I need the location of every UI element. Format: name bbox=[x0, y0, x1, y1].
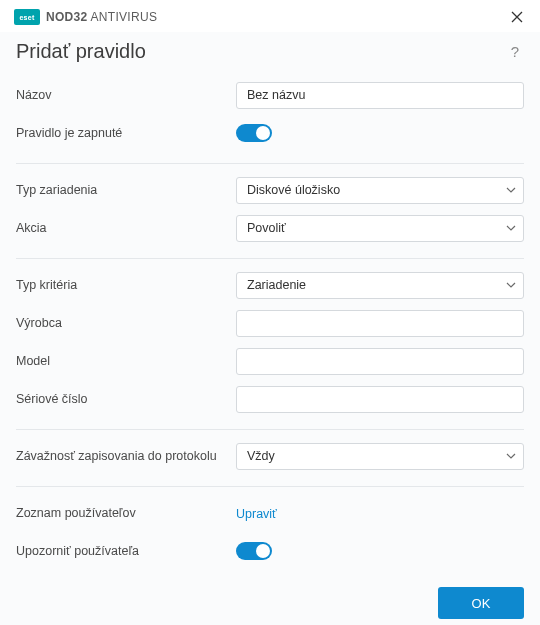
row-user-list: Zoznam používateľov Upraviť bbox=[16, 499, 524, 527]
label-action: Akcia bbox=[16, 221, 236, 235]
row-vendor: Výrobca bbox=[16, 309, 524, 337]
help-button[interactable]: ? bbox=[506, 43, 524, 61]
brand-product-rest: ANTIVIRUS bbox=[88, 10, 158, 24]
label-serial: Sériové číslo bbox=[16, 392, 236, 406]
brand: eset NOD32 ANTIVIRUS bbox=[14, 9, 157, 25]
row-action: Akcia Povoliť bbox=[16, 214, 524, 242]
label-notify-user: Upozorniť používateľa bbox=[16, 544, 236, 558]
footer: OK bbox=[0, 575, 540, 625]
divider bbox=[16, 429, 524, 430]
help-icon: ? bbox=[511, 43, 519, 60]
ok-button[interactable]: OK bbox=[438, 587, 524, 619]
action-select[interactable]: Povoliť bbox=[236, 215, 524, 242]
row-serial: Sériové číslo bbox=[16, 385, 524, 413]
device-type-select[interactable]: Diskové úložisko bbox=[236, 177, 524, 204]
label-criteria-type: Typ kritéria bbox=[16, 278, 236, 292]
content: Pridať pravidlo ? Názov Pravidlo je zapn… bbox=[0, 32, 540, 575]
criteria-type-value: Zariadenie bbox=[247, 278, 306, 292]
divider bbox=[16, 486, 524, 487]
serial-input[interactable] bbox=[236, 386, 524, 413]
criteria-type-select[interactable]: Zariadenie bbox=[236, 272, 524, 299]
device-type-value: Diskové úložisko bbox=[247, 183, 340, 197]
enabled-toggle[interactable] bbox=[236, 124, 272, 142]
divider bbox=[16, 258, 524, 259]
label-vendor: Výrobca bbox=[16, 316, 236, 330]
log-severity-select[interactable]: Vždy bbox=[236, 443, 524, 470]
header-row: Pridať pravidlo ? bbox=[16, 40, 524, 63]
notify-user-toggle[interactable] bbox=[236, 542, 272, 560]
title-bar: eset NOD32 ANTIVIRUS bbox=[0, 0, 540, 32]
model-input[interactable] bbox=[236, 348, 524, 375]
label-log-severity: Závažnosť zapisovania do protokolu bbox=[16, 449, 236, 463]
row-name: Názov bbox=[16, 81, 524, 109]
action-value: Povoliť bbox=[247, 221, 286, 235]
row-criteria-type: Typ kritéria Zariadenie bbox=[16, 271, 524, 299]
label-enabled: Pravidlo je zapnuté bbox=[16, 126, 236, 140]
row-model: Model bbox=[16, 347, 524, 375]
close-icon bbox=[511, 11, 523, 23]
row-notify-user: Upozorniť používateľa bbox=[16, 537, 524, 565]
vendor-input[interactable] bbox=[236, 310, 524, 337]
name-input[interactable] bbox=[236, 82, 524, 109]
brand-product-bold: NOD32 bbox=[46, 10, 88, 24]
log-severity-value: Vždy bbox=[247, 449, 275, 463]
row-enabled: Pravidlo je zapnuté bbox=[16, 119, 524, 147]
label-user-list: Zoznam používateľov bbox=[16, 506, 236, 520]
row-log-severity: Závažnosť zapisovania do protokolu Vždy bbox=[16, 442, 524, 470]
label-name: Názov bbox=[16, 88, 236, 102]
edit-user-list-link[interactable]: Upraviť bbox=[236, 507, 277, 521]
brand-logo: eset bbox=[14, 9, 40, 25]
row-device-type: Typ zariadenia Diskové úložisko bbox=[16, 176, 524, 204]
close-button[interactable] bbox=[508, 8, 526, 26]
label-model: Model bbox=[16, 354, 236, 368]
page-title: Pridať pravidlo bbox=[16, 40, 146, 63]
brand-text: NOD32 ANTIVIRUS bbox=[46, 10, 157, 24]
label-device-type: Typ zariadenia bbox=[16, 183, 236, 197]
divider bbox=[16, 163, 524, 164]
